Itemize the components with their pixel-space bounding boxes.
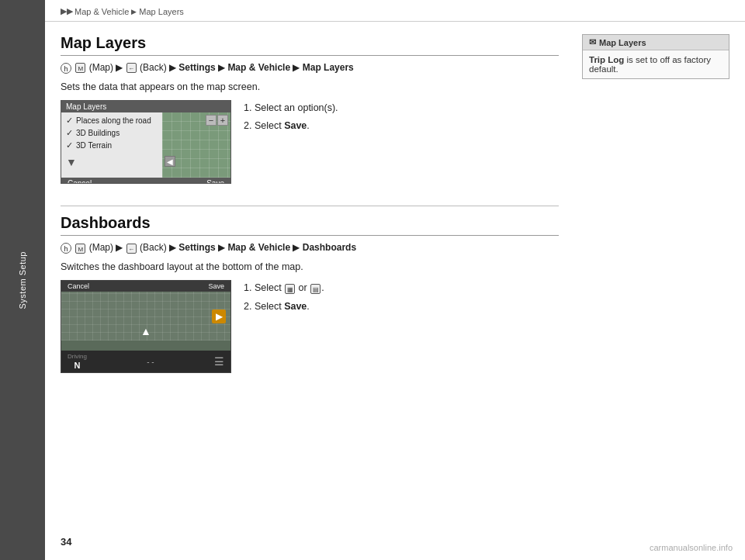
dash-compass-label: N	[74, 361, 80, 370]
dash-map-area: ▶ ▲	[61, 292, 230, 340]
map-save-button[interactable]: Save	[206, 179, 224, 184]
section2-step-2: 2. Select Save.	[244, 299, 324, 315]
step-icon-2: ▤	[310, 284, 321, 294]
map-layers-screenshot: Map Layers ✓ Places along the road ✓ 3D …	[61, 100, 231, 184]
check-icon-3: ✓	[66, 140, 73, 150]
section-dashboards: Dashboards h M (Map) ▶ ← (Back) ▶ Settin…	[61, 214, 559, 384]
dash-car-icon: ▲	[140, 325, 151, 337]
map-zoom-controls: − +	[206, 115, 228, 126]
step-icon-1: ▦	[285, 284, 295, 294]
section1-step-1: 1. Select an option(s).	[244, 100, 338, 116]
section1-description: Sets the data that appears on the map sc…	[61, 81, 559, 92]
note-header-label: Map Layers	[599, 38, 646, 47]
map-options-list: ✓ Places along the road ✓ 3D Buildings ✓…	[61, 112, 162, 178]
map-minus-button[interactable]: −	[206, 115, 217, 126]
map-layers-header: Map Layers	[61, 101, 230, 112]
map-option-1: ✓ Places along the road	[66, 116, 158, 126]
map-option-label-1: Places along the road	[76, 116, 151, 125]
dash-header: Cancel Save	[61, 281, 230, 292]
note-box: ✉ Map Layers Trip Log is set to off as f…	[582, 34, 729, 79]
dashboards-screenshot: Cancel Save ▶ ▲ Driving N	[61, 280, 231, 373]
sidebar-label: System Setup	[18, 251, 27, 309]
map-arrow-down: ▼	[66, 156, 77, 168]
note-body: Trip Log is set to off as factory defaul…	[583, 50, 729, 78]
map-cancel-button[interactable]: Cancel	[68, 179, 92, 184]
section1-nav-path: h M (Map) ▶ ← (Back) ▶ Settings ▶ Map & …	[61, 60, 559, 75]
map-option-label-3: 3D Terrain	[76, 141, 112, 150]
section1-steps: 1. Select an option(s). 2. Select Save.	[244, 100, 338, 137]
sidebar: System Setup	[0, 0, 45, 560]
content-area: Map Layers h M (Map) ▶ ← (Back) ▶ Settin…	[45, 22, 745, 396]
map-option-3: ✓ 3D Terrain	[66, 140, 158, 150]
breadcrumb-arrows: ▶▶	[61, 6, 73, 16]
page-number: 34	[61, 536, 71, 548]
section2-description: Switches the dashboard layout at the bot…	[61, 261, 559, 272]
home-icon-2: h	[61, 243, 71, 254]
breadcrumb-item-1: Map & Vehicle	[74, 7, 129, 16]
dash-menu-icon: ☰	[214, 355, 224, 368]
section2-title: Dashboards	[61, 214, 559, 236]
breadcrumb: ▶▶ Map & Vehicle ▶ Map Layers	[45, 0, 745, 22]
dash-dots: - -	[147, 358, 154, 366]
main-content: ▶▶ Map & Vehicle ▶ Map Layers Map Layers…	[45, 0, 745, 560]
map-icon-2: M	[75, 244, 85, 254]
check-icon-1: ✓	[66, 116, 73, 126]
note-icon: ✉	[589, 37, 596, 47]
map-footer: Cancel Save	[61, 178, 230, 184]
map-option-label-2: 3D Buildings	[76, 129, 120, 137]
map-left-arrow: ◀	[165, 156, 175, 167]
breadcrumb-item-2: Map Layers	[139, 7, 183, 16]
dash-arrow-right: ▶	[212, 309, 226, 323]
dash-save-label[interactable]: Save	[208, 282, 224, 290]
map-plus-button[interactable]: +	[217, 115, 228, 126]
section-divider	[61, 206, 559, 206]
note-header: ✉ Map Layers	[583, 35, 729, 50]
map-visual-area: − + ◀	[162, 112, 230, 178]
note-trip-log: Trip Log	[589, 55, 624, 64]
map-layers-body: ✓ Places along the road ✓ 3D Buildings ✓…	[61, 112, 230, 178]
section2-steps: 1. Select ▦ or ▤. 2. Select Save.	[244, 280, 324, 316]
doc-column: Map Layers h M (Map) ▶ ← (Back) ▶ Settin…	[45, 22, 574, 396]
breadcrumb-arrow-1: ▶	[131, 8, 137, 16]
note-column: ✉ Map Layers Trip Log is set to off as f…	[574, 22, 745, 396]
section1-title: Map Layers	[61, 34, 559, 56]
section2-nav-path: h M (Map) ▶ ← (Back) ▶ Settings ▶ Map & …	[61, 240, 559, 255]
back-icon-2: ←	[126, 244, 137, 254]
back-icon: ←	[126, 63, 137, 73]
home-icon: h	[61, 63, 71, 74]
section1-step-2: 2. Select Save.	[244, 118, 338, 134]
section2-step-1: 1. Select ▦ or ▤.	[244, 280, 324, 296]
map-option-2: ✓ 3D Buildings	[66, 128, 158, 138]
map-icon: M	[75, 63, 85, 73]
check-icon-2: ✓	[66, 128, 73, 138]
watermark: carmanualsonline.info	[650, 543, 733, 552]
dash-cancel-label[interactable]: Cancel	[68, 282, 89, 290]
dash-driving-label: Driving	[68, 353, 87, 360]
dash-footer: Driving N - - ☰	[61, 351, 230, 372]
section-map-layers: Map Layers h M (Map) ▶ ← (Back) ▶ Settin…	[61, 34, 559, 195]
